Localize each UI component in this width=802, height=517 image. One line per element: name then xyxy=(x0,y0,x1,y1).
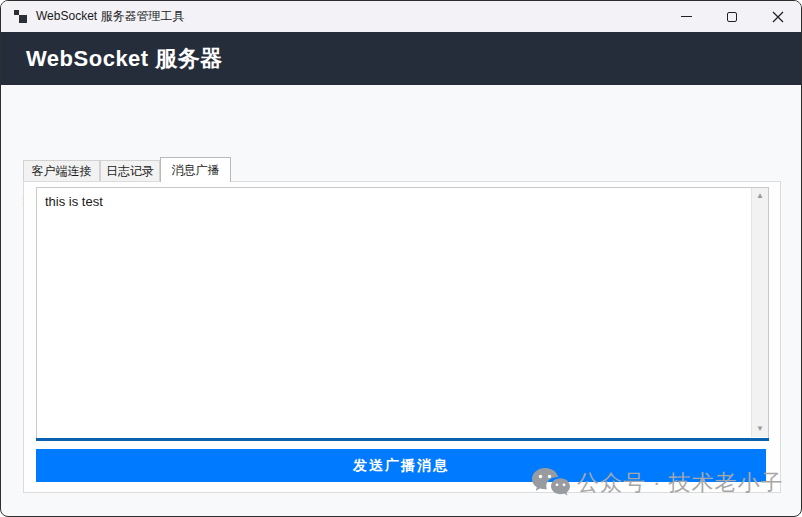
close-button[interactable] xyxy=(755,1,801,32)
titlebar: WebSocket 服务器管理工具 xyxy=(1,1,801,32)
broadcast-message-textarea[interactable]: this is test xyxy=(36,187,769,438)
watermark-text: 公众号 · 技术老小子 xyxy=(577,468,784,498)
wechat-icon xyxy=(531,467,571,499)
control-bar: 端口号: 启动 停止 运行中 强制退出 已连接客户端 1 xyxy=(1,85,801,151)
textarea-accent-line xyxy=(36,438,769,441)
window-title: WebSocket 服务器管理工具 xyxy=(36,8,184,25)
header-bar: WebSocket 服务器 xyxy=(1,32,801,85)
maximize-button[interactable] xyxy=(709,1,755,32)
textarea-scrollbar[interactable]: ▲ ▼ xyxy=(751,188,768,437)
app-window: WebSocket 服务器管理工具 WebSocket 服务器 端口号: 启动 … xyxy=(0,0,802,517)
maximize-icon xyxy=(727,12,737,22)
watermark: 公众号 · 技术老小子 xyxy=(531,467,784,499)
minimize-icon xyxy=(681,16,692,17)
tab-message-broadcast[interactable]: 消息广播 xyxy=(160,157,231,182)
page-title: WebSocket 服务器 xyxy=(26,44,223,74)
tab-log-records[interactable]: 日志记录 xyxy=(100,160,160,181)
tab-client-connections[interactable]: 客户端连接 xyxy=(23,160,100,181)
close-icon xyxy=(772,11,784,23)
minimize-button[interactable] xyxy=(663,1,709,32)
app-icon xyxy=(14,10,27,23)
scroll-up-icon[interactable]: ▲ xyxy=(752,188,768,204)
scroll-down-icon[interactable]: ▼ xyxy=(752,421,768,437)
window-controls xyxy=(663,1,801,32)
